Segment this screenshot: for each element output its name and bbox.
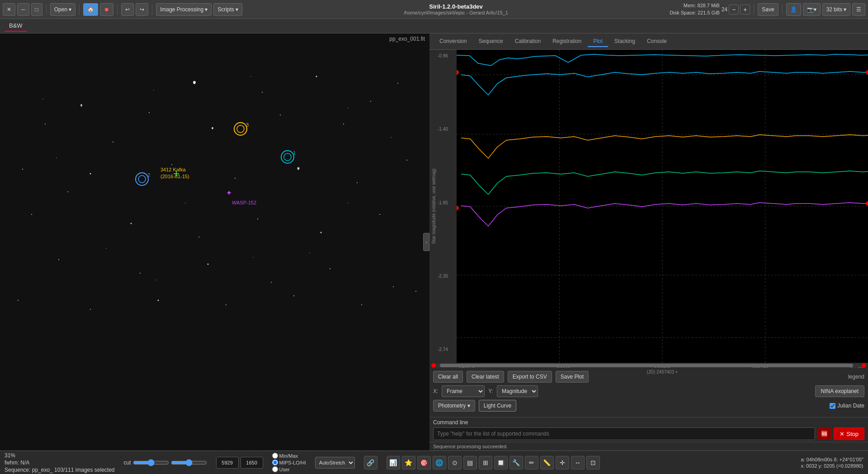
view-button[interactable]: 🔲 [494,456,508,469]
scripts-label: Scripts [217,6,234,13]
slider-top[interactable] [133,459,169,466]
extra-button[interactable]: ⊡ [586,456,600,469]
save-button[interactable]: Save [758,3,778,16]
histogram-button[interactable]: 📊 [387,456,400,469]
plot-tabs: Conversion Sequence Calibration Registra… [429,33,868,50]
svg-point-32 [330,268,330,269]
target-button[interactable]: 🎯 [417,456,431,469]
redo-button[interactable]: ↪ [136,3,148,16]
undo-button[interactable]: ↩ [121,3,134,16]
svg-point-39 [361,304,362,305]
mem-label: Mem: 828.7 MiB [670,2,720,9]
stop-button[interactable]: ✕ Stop [834,427,864,440]
chart-scrollbar[interactable] [431,364,866,367]
crosshair-button[interactable]: ✛ [556,456,569,469]
svg-point-20 [357,182,358,183]
svg-rect-0 [0,33,429,450]
zoom-plus-button[interactable]: + [740,5,750,14]
stop-x-icon: ✕ [840,431,844,437]
nina-exoplanet-button[interactable]: NINA exoplanet [815,385,864,397]
home-button[interactable]: 🏠 [83,3,98,16]
svg-point-38 [293,295,294,296]
menu-button[interactable]: ☰ [852,3,865,16]
tab-console[interactable]: Console [642,36,672,47]
svg-point-83 [866,201,868,206]
maximize-button[interactable]: □ [31,3,42,16]
svg-point-21 [406,160,407,161]
chart-wrapper: Star magnitude (relative, use setmag) -0… [429,50,868,368]
command-input-row: 🆘 ✕ Stop [433,427,864,440]
y-axis-title-area: Star magnitude (relative, use setmag) [429,50,438,363]
mips-radio[interactable] [272,460,278,465]
star-button[interactable]: ⭐ [402,456,415,469]
julian-date-row: Julian Date [830,403,864,409]
command-input[interactable] [433,427,815,440]
bottom-right-icons: 📊 ⭐ 🎯 🌐 ⊙ ▤ ⊞ 🔲 🔧 ✏ 📏 ✛ ↔ ⊡ [387,456,600,469]
min-max-radio[interactable] [272,453,278,459]
sos-icon-button[interactable]: 🆘 [818,428,831,440]
svg-point-33 [393,286,394,287]
open-button[interactable]: Open ▾ [50,3,75,16]
svg-text:3: 3 [246,122,249,128]
pen-button[interactable]: ✏ [525,456,538,469]
tools-button[interactable]: 🔧 [509,456,523,469]
svg-point-11 [280,114,281,115]
sequence-info: Sequence: pp_exo_ 103/111 images selecte… [5,467,115,473]
user-label: User [279,467,290,472]
star-field[interactable]: 1 2 3 ✦ WASP-152 3412 Kafka (2016-01-15) [0,33,429,450]
ruler-button[interactable]: 📏 [540,456,554,469]
photometry-chevron: ▾ [467,403,470,409]
image-area[interactable]: pp_exo_001.fit [0,33,429,450]
grid-button[interactable]: ⊞ [479,456,492,469]
julian-date-checkbox[interactable] [830,403,835,409]
svg-point-47 [250,76,251,77]
camera-button[interactable]: 📷▾ [803,3,821,16]
image-processing-button[interactable]: Image Processing ▾ [156,3,212,16]
close-button[interactable]: ✕ [3,3,15,16]
photometry-button[interactable]: Photometry ▾ [433,400,475,412]
cut-label: cut [124,460,131,466]
globe-button[interactable]: 🌐 [433,456,446,469]
slider-area: cut [124,459,207,466]
minimize-button[interactable]: ─ [17,3,29,16]
y-axis-select[interactable]: Magnitude FWHM [497,385,538,397]
autostretch-select[interactable]: AutoStretch [315,457,355,469]
zoom-minus-button[interactable]: − [729,5,739,14]
tab-calibration[interactable]: Calibration [509,36,546,47]
chart-scrollbar-thumb[interactable] [440,364,853,367]
value-box-2: 1650 [241,457,263,469]
user-radio[interactable] [272,466,278,472]
bw-tab[interactable]: B&W [5,20,27,32]
tab-registration[interactable]: Registration [547,36,587,47]
separator-1 [46,4,47,15]
scripts-button[interactable]: Scripts ▾ [213,3,242,16]
arrows-button[interactable]: ↔ [571,456,585,469]
image-processing-label: Image Processing [160,6,203,13]
collapse-panel-button[interactable]: › [423,233,429,251]
svg-point-12 [343,123,344,124]
slider-bottom[interactable] [171,459,207,466]
x-axis-select[interactable]: Frame Julian Date [442,385,485,397]
record-button[interactable]: ⏺ [100,3,113,16]
light-curve-button[interactable]: Light Curve [479,400,516,412]
profile-button[interactable]: 👤 [786,3,801,16]
coord-ra-dec: a: 04h08m00s δ: +24°01'05" [801,457,863,462]
svg-point-15 [67,191,68,192]
svg-point-42 [297,167,300,170]
circle-button[interactable]: ⊙ [448,456,462,469]
link-button[interactable]: 🔗 [364,456,377,469]
min-max-label: Min/Max [279,453,298,459]
bits-button[interactable]: 32 bits ▾ [822,3,850,16]
chart-svg [457,50,868,363]
svg-point-81 [866,70,868,75]
tab-stacking[interactable]: Stacking [609,36,641,47]
ip-chevron-icon: ▾ [205,6,208,13]
svg-point-56 [156,280,156,280]
command-line-label: Command line [433,419,864,426]
tab-conversion[interactable]: Conversion [434,36,472,47]
tab-sequence[interactable]: Sequence [473,36,509,47]
layers-button[interactable]: ▤ [463,456,477,469]
svg-point-5 [262,92,263,93]
chart-area: 0.26043 0.30604 0.35165 0.39726 0.44287 … [457,50,868,363]
tab-plot[interactable]: Plot [588,36,608,47]
